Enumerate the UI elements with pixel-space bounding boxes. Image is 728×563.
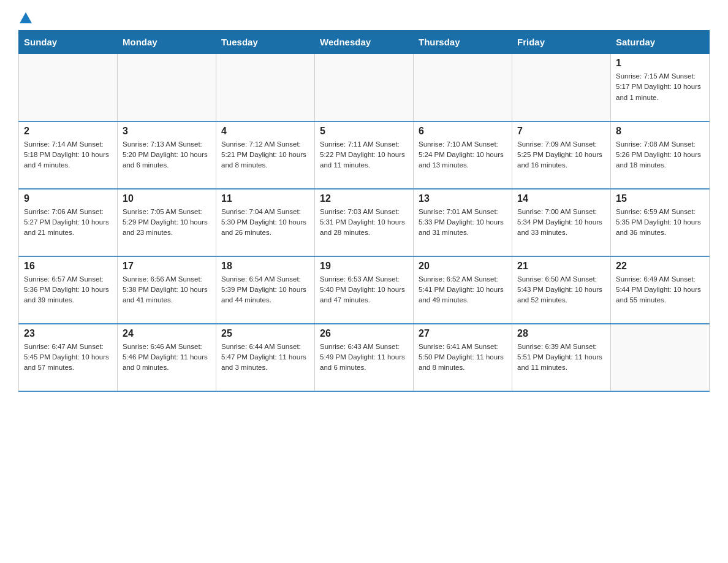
calendar-cell: 21Sunrise: 6:50 AM Sunset: 5:43 PM Dayli… (512, 256, 611, 324)
day-number: 5 (320, 126, 408, 137)
day-number: 20 (419, 261, 507, 272)
day-number: 27 (419, 328, 507, 339)
calendar-cell: 17Sunrise: 6:56 AM Sunset: 5:38 PM Dayli… (118, 256, 216, 324)
day-number: 13 (419, 193, 507, 204)
day-number: 4 (221, 126, 309, 137)
day-info: Sunrise: 6:41 AM Sunset: 5:50 PM Dayligh… (419, 342, 507, 373)
day-info: Sunrise: 7:14 AM Sunset: 5:18 PM Dayligh… (24, 139, 112, 171)
calendar-cell: 25Sunrise: 6:44 AM Sunset: 5:47 PM Dayli… (216, 324, 315, 391)
calendar-cell: 1Sunrise: 7:15 AM Sunset: 5:17 PM Daylig… (611, 54, 710, 121)
day-info: Sunrise: 7:13 AM Sunset: 5:20 PM Dayligh… (123, 139, 211, 171)
calendar-cell: 6Sunrise: 7:10 AM Sunset: 5:24 PM Daylig… (414, 121, 512, 189)
day-number: 8 (616, 126, 704, 137)
calendar-cell: 18Sunrise: 6:54 AM Sunset: 5:39 PM Dayli… (216, 256, 315, 324)
weekday-header-monday: Monday (118, 31, 216, 54)
week-row-1: 1Sunrise: 7:15 AM Sunset: 5:17 PM Daylig… (19, 54, 710, 121)
calendar-cell (512, 54, 611, 121)
day-number: 23 (24, 328, 112, 339)
day-number: 2 (24, 126, 112, 137)
calendar-cell: 12Sunrise: 7:03 AM Sunset: 5:31 PM Dayli… (315, 189, 414, 256)
day-info: Sunrise: 7:00 AM Sunset: 5:34 PM Dayligh… (517, 207, 605, 239)
calendar-cell: 28Sunrise: 6:39 AM Sunset: 5:51 PM Dayli… (512, 324, 611, 391)
week-row-5: 23Sunrise: 6:47 AM Sunset: 5:45 PM Dayli… (19, 324, 710, 391)
calendar-cell: 15Sunrise: 6:59 AM Sunset: 5:35 PM Dayli… (611, 189, 710, 256)
calendar-cell: 13Sunrise: 7:01 AM Sunset: 5:33 PM Dayli… (414, 189, 512, 256)
calendar-cell: 4Sunrise: 7:12 AM Sunset: 5:21 PM Daylig… (216, 121, 315, 189)
logo-triangle-icon (20, 12, 32, 23)
day-number: 22 (616, 261, 704, 272)
calendar-cell: 27Sunrise: 6:41 AM Sunset: 5:50 PM Dayli… (414, 324, 512, 391)
day-number: 6 (419, 126, 507, 137)
day-number: 16 (24, 261, 112, 272)
week-row-3: 9Sunrise: 7:06 AM Sunset: 5:27 PM Daylig… (19, 189, 710, 256)
day-number: 24 (123, 328, 211, 339)
week-row-2: 2Sunrise: 7:14 AM Sunset: 5:18 PM Daylig… (19, 121, 710, 189)
day-number: 21 (517, 261, 605, 272)
day-info: Sunrise: 7:04 AM Sunset: 5:30 PM Dayligh… (221, 207, 309, 239)
calendar-cell (315, 54, 414, 121)
calendar-cell: 22Sunrise: 6:49 AM Sunset: 5:44 PM Dayli… (611, 256, 710, 324)
calendar-cell (414, 54, 512, 121)
weekday-header-friday: Friday (512, 31, 611, 54)
day-info: Sunrise: 6:53 AM Sunset: 5:40 PM Dayligh… (320, 274, 408, 306)
day-info: Sunrise: 7:15 AM Sunset: 5:17 PM Dayligh… (616, 71, 704, 103)
day-info: Sunrise: 6:52 AM Sunset: 5:41 PM Dayligh… (419, 274, 507, 306)
calendar-cell (19, 54, 118, 121)
day-number: 12 (320, 193, 408, 204)
logo (18, 12, 32, 20)
day-info: Sunrise: 6:43 AM Sunset: 5:49 PM Dayligh… (320, 342, 408, 373)
calendar-cell (118, 54, 216, 121)
day-number: 19 (320, 261, 408, 272)
calendar-cell: 11Sunrise: 7:04 AM Sunset: 5:30 PM Dayli… (216, 189, 315, 256)
logo-general (18, 12, 32, 21)
day-info: Sunrise: 7:08 AM Sunset: 5:26 PM Dayligh… (616, 139, 704, 171)
calendar-cell: 8Sunrise: 7:08 AM Sunset: 5:26 PM Daylig… (611, 121, 710, 189)
calendar-cell: 10Sunrise: 7:05 AM Sunset: 5:29 PM Dayli… (118, 189, 216, 256)
day-number: 18 (221, 261, 309, 272)
calendar-cell: 5Sunrise: 7:11 AM Sunset: 5:22 PM Daylig… (315, 121, 414, 189)
calendar-cell (611, 324, 710, 391)
day-info: Sunrise: 6:44 AM Sunset: 5:47 PM Dayligh… (221, 342, 309, 373)
calendar-cell: 16Sunrise: 6:57 AM Sunset: 5:36 PM Dayli… (19, 256, 118, 324)
page-header (18, 12, 710, 20)
day-info: Sunrise: 6:59 AM Sunset: 5:35 PM Dayligh… (616, 207, 704, 239)
day-info: Sunrise: 6:57 AM Sunset: 5:36 PM Dayligh… (24, 274, 112, 306)
calendar-cell: 23Sunrise: 6:47 AM Sunset: 5:45 PM Dayli… (19, 324, 118, 391)
calendar-cell: 19Sunrise: 6:53 AM Sunset: 5:40 PM Dayli… (315, 256, 414, 324)
calendar-table: SundayMondayTuesdayWednesdayThursdayFrid… (18, 30, 710, 392)
day-number: 28 (517, 328, 605, 339)
day-number: 25 (221, 328, 309, 339)
weekday-header-wednesday: Wednesday (315, 31, 414, 54)
day-number: 11 (221, 193, 309, 204)
calendar-cell: 2Sunrise: 7:14 AM Sunset: 5:18 PM Daylig… (19, 121, 118, 189)
day-number: 7 (517, 126, 605, 137)
weekday-header-sunday: Sunday (19, 31, 118, 54)
day-info: Sunrise: 6:56 AM Sunset: 5:38 PM Dayligh… (123, 274, 211, 306)
day-info: Sunrise: 6:39 AM Sunset: 5:51 PM Dayligh… (517, 342, 605, 373)
weekday-header-row: SundayMondayTuesdayWednesdayThursdayFrid… (19, 31, 710, 54)
day-info: Sunrise: 6:47 AM Sunset: 5:45 PM Dayligh… (24, 342, 112, 373)
calendar-cell: 14Sunrise: 7:00 AM Sunset: 5:34 PM Dayli… (512, 189, 611, 256)
calendar-cell: 20Sunrise: 6:52 AM Sunset: 5:41 PM Dayli… (414, 256, 512, 324)
weekday-header-thursday: Thursday (414, 31, 512, 54)
day-info: Sunrise: 7:06 AM Sunset: 5:27 PM Dayligh… (24, 207, 112, 239)
week-row-4: 16Sunrise: 6:57 AM Sunset: 5:36 PM Dayli… (19, 256, 710, 324)
day-info: Sunrise: 6:50 AM Sunset: 5:43 PM Dayligh… (517, 274, 605, 306)
calendar-cell: 26Sunrise: 6:43 AM Sunset: 5:49 PM Dayli… (315, 324, 414, 391)
day-info: Sunrise: 7:11 AM Sunset: 5:22 PM Dayligh… (320, 139, 408, 171)
calendar-cell: 3Sunrise: 7:13 AM Sunset: 5:20 PM Daylig… (118, 121, 216, 189)
day-info: Sunrise: 6:49 AM Sunset: 5:44 PM Dayligh… (616, 274, 704, 306)
day-number: 14 (517, 193, 605, 204)
day-info: Sunrise: 7:03 AM Sunset: 5:31 PM Dayligh… (320, 207, 408, 239)
day-number: 26 (320, 328, 408, 339)
day-number: 15 (616, 193, 704, 204)
weekday-header-tuesday: Tuesday (216, 31, 315, 54)
day-info: Sunrise: 7:05 AM Sunset: 5:29 PM Dayligh… (123, 207, 211, 239)
day-number: 17 (123, 261, 211, 272)
day-number: 3 (123, 126, 211, 137)
calendar-cell: 9Sunrise: 7:06 AM Sunset: 5:27 PM Daylig… (19, 189, 118, 256)
day-number: 9 (24, 193, 112, 204)
day-info: Sunrise: 7:09 AM Sunset: 5:25 PM Dayligh… (517, 139, 605, 171)
calendar-cell: 7Sunrise: 7:09 AM Sunset: 5:25 PM Daylig… (512, 121, 611, 189)
day-info: Sunrise: 6:54 AM Sunset: 5:39 PM Dayligh… (221, 274, 309, 306)
